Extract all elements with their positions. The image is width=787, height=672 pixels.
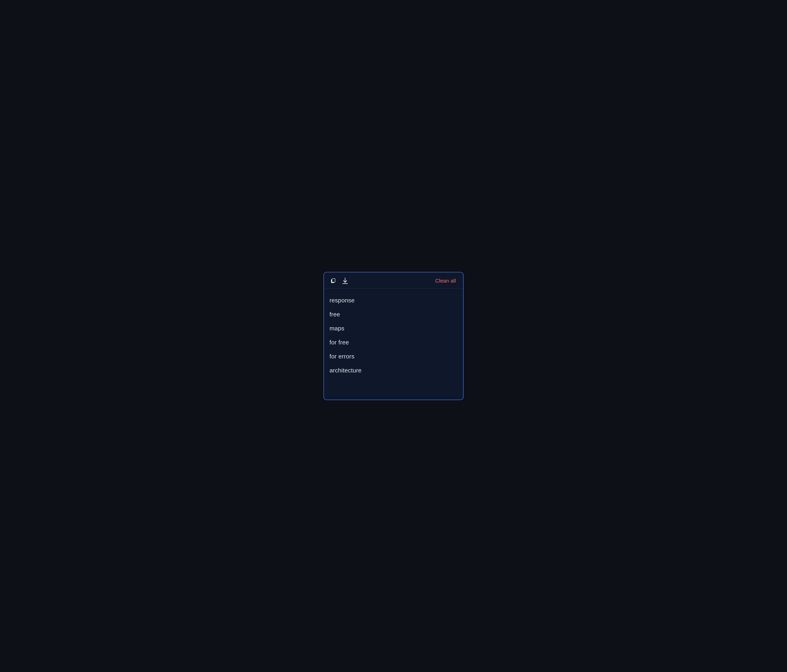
copy-button[interactable] bbox=[329, 277, 337, 285]
list-item[interactable]: free bbox=[329, 307, 458, 321]
items-list: response free maps for free for errors a… bbox=[324, 290, 463, 383]
svg-rect-2 bbox=[332, 278, 335, 282]
list-item[interactable]: for errors bbox=[329, 349, 458, 364]
download-button[interactable] bbox=[341, 277, 349, 285]
toolbar: Clean all bbox=[324, 272, 463, 288]
toolbar-left bbox=[329, 277, 349, 285]
list-item[interactable]: response bbox=[329, 293, 458, 307]
list-item[interactable]: for free bbox=[329, 335, 458, 349]
clean-all-button[interactable]: Clean all bbox=[433, 277, 458, 285]
list-item[interactable]: maps bbox=[329, 321, 458, 335]
main-panel: Clean all response free maps for free fo… bbox=[324, 272, 463, 400]
list-item[interactable]: architecture bbox=[329, 364, 458, 378]
divider bbox=[324, 288, 463, 289]
